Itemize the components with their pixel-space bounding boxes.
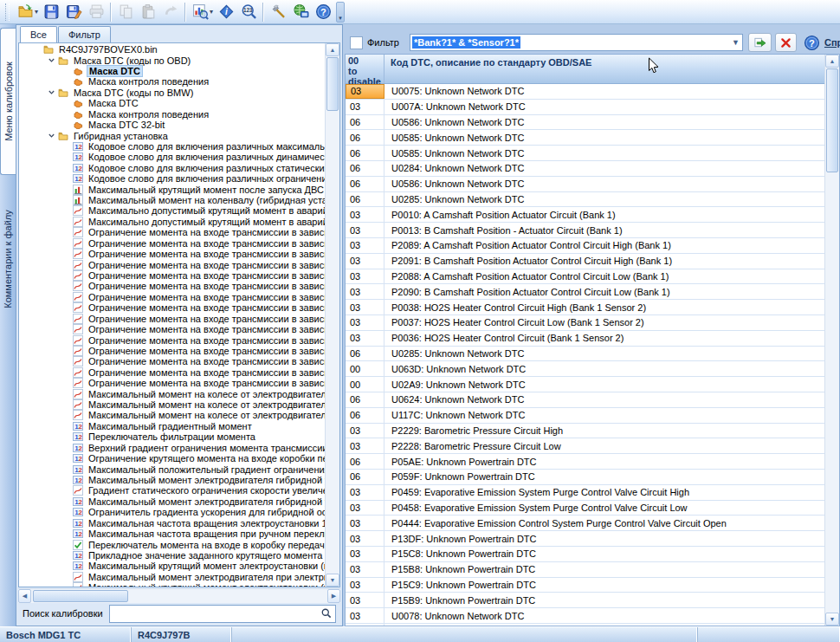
tree-item[interactable]: Маска DTC (коды по BMW) [19, 88, 326, 98]
tab-all[interactable]: Все [20, 26, 57, 42]
calibration-search-input[interactable] [109, 605, 336, 623]
table-row[interactable]: 03P0010: A Camshaft Position Actuator Ci… [346, 207, 825, 223]
dtc-desc-cell[interactable]: U0586: Unknown Network DTC [384, 115, 825, 130]
tree-item[interactable]: 12Максимальный момент электродвигателя г… [19, 475, 326, 485]
tree-item[interactable]: R4C9J797BOVEX0.bin [19, 44, 326, 55]
dtc-desc-cell[interactable]: P2088: A Camshaft Position Actuator Cont… [384, 269, 825, 284]
tree-item[interactable]: 12Верхний градиент ограничения момента т… [19, 443, 326, 453]
dtc-desc-cell[interactable]: P2091: B Camshaft Position Actuator Cont… [384, 254, 825, 269]
table-row[interactable]: 06U0285: Unknown Network DTC [346, 192, 825, 208]
dtc-desc-cell[interactable]: P0444: Evaporative Emission Control Syst… [384, 516, 825, 530]
scroll-up-arrow-icon[interactable]: ▲ [825, 55, 839, 68]
table-row[interactable]: 06P059F: Unknown Powertrain DTC [346, 470, 825, 485]
tree-item[interactable]: 12Кодовое слово для включения различных … [19, 163, 326, 173]
table-row[interactable]: 03P0444: Evaporative Emission Control Sy… [346, 516, 825, 531]
tree-item[interactable]: 12Прикладное значение заданного крутящег… [19, 550, 326, 561]
tree-item[interactable]: Максимально допустимый крутящий момент в… [19, 205, 326, 216]
table-row[interactable]: 03U007A: Unknown Network DTC [346, 100, 825, 115]
toolbar-grip[interactable] [5, 3, 10, 21]
table-row[interactable]: 03P0013: B Camshaft Position - Actuator … [346, 223, 825, 238]
dtc-desc-cell[interactable]: U0075: Unknown Network DTC [384, 624, 825, 626]
dtc-desc-cell[interactable]: P2089: A Camshaft Position Actuator Cont… [384, 238, 825, 253]
dtc-desc-cell[interactable]: P0036: HO2S Heater Control Circuit (Bank… [384, 331, 825, 346]
dtc-desc-cell[interactable]: P15C9: Unknown Powertrain DTC [384, 578, 825, 593]
dtc-mask-cell[interactable]: 03 [346, 424, 384, 438]
dtc-mask-cell[interactable]: 06 [346, 177, 384, 191]
tree-item[interactable]: Максимальный момент на колесе от электро… [19, 399, 326, 410]
dtc-desc-cell[interactable]: U117C: Unknown Network DTC [384, 408, 825, 423]
tree-item[interactable]: Маска DTC 32-bit [19, 120, 326, 130]
table-row[interactable]: 03P15C8: Unknown Powertrain DTC [346, 547, 825, 562]
dtc-mask-cell[interactable]: 06 [346, 470, 384, 484]
scroll-left-arrow-icon[interactable]: ◀ [18, 589, 31, 603]
tree-item[interactable]: Гибридная установка [19, 130, 326, 140]
table-row[interactable]: 03P0037: HO2S Heater Control Circuit Low… [346, 315, 825, 331]
tree-item[interactable]: 12Кодовое слово для включения различных … [19, 141, 326, 152]
dtc-desc-cell[interactable]: P0013: B Camshaft Position - Actuator Ci… [384, 223, 825, 237]
dtc-desc-cell[interactable]: P13DF: Unknown Powertrain DTC [384, 531, 825, 546]
dtc-desc-cell[interactable]: U0078: Unknown Network DTC [384, 608, 825, 623]
table-row[interactable]: 03P2228: Barometric Pressure Circuit Low [346, 438, 825, 454]
help-link[interactable]: Справка [824, 37, 840, 48]
dtc-mask-cell[interactable]: 03 [346, 315, 384, 330]
network-button[interactable] [289, 2, 312, 23]
tree-item[interactable]: 12Кодовое слово для включения различных … [19, 152, 326, 162]
tree-item[interactable]: Ограничение момента на входе трансмиссии… [19, 270, 326, 281]
dtc-mask-cell[interactable]: 00 [346, 377, 384, 392]
tree-item[interactable]: Маска контроля поведения [19, 76, 326, 87]
apply-filter-button[interactable] [748, 33, 772, 52]
dtc-mask-cell[interactable]: 03 [346, 593, 384, 607]
dtc-mask-cell[interactable]: 03 [346, 238, 384, 253]
info-button[interactable]: i [215, 2, 237, 23]
filter-checkbox[interactable] [350, 36, 363, 49]
dtc-mask-cell[interactable]: 03 [346, 516, 384, 530]
dtc-mask-cell[interactable]: 03 [346, 223, 384, 237]
tree-item[interactable]: Максимальный момент на колесе от электро… [19, 410, 326, 420]
dtc-desc-cell[interactable]: P05AE: Unknown Powertrain DTC [384, 454, 825, 469]
preview-button[interactable]: 123 [237, 2, 260, 23]
dtc-column-header[interactable]: Код DTC, описание по стандарту OBD/SAE [384, 55, 825, 83]
tree-item[interactable]: Ограничение момента на входе трансмиссии… [19, 324, 326, 334]
dtc-desc-cell[interactable]: U0624: Unknown Network DTC [384, 392, 825, 407]
dtc-desc-cell[interactable]: P15B9: Unknown Powertrain DTC [384, 593, 825, 607]
view-data-button[interactable] [189, 2, 211, 23]
tree-item[interactable]: 12Максимальная частота вращения электроу… [19, 517, 326, 528]
table-row[interactable]: 06U0585: Unknown Network DTC [346, 130, 825, 146]
table-row[interactable]: 03P2088: A Camshaft Position Actuator Co… [346, 269, 825, 285]
dtc-mask-cell[interactable]: 03 [346, 501, 384, 516]
tree-item[interactable]: Ограничение момента на входе трансмиссии… [19, 259, 326, 269]
table-header[interactable]: 00 to disable Код DTC, описание по станд… [346, 55, 825, 84]
clear-filter-button[interactable] [775, 33, 797, 52]
dtc-desc-cell[interactable]: U007A: Unknown Network DTC [384, 100, 825, 114]
dtc-mask-cell[interactable]: 03 [346, 331, 384, 346]
tree-item[interactable]: Максимальный момент электродвигателя при… [19, 572, 326, 582]
tree-item[interactable]: 12Ограничение крутящего момента на входе… [19, 453, 326, 464]
table-row[interactable]: 03P15B8: Unknown Powertrain DTC [346, 562, 825, 578]
tree-vscroll-thumb[interactable] [326, 57, 339, 111]
dtc-desc-cell[interactable]: P15B8: Unknown Powertrain DTC [384, 562, 825, 577]
tree-item[interactable]: Максимальный момент на коленвалу (гибрид… [19, 195, 326, 205]
dtc-mask-cell[interactable]: 06 [346, 130, 384, 145]
dtc-mask-cell[interactable]: 03 [346, 207, 384, 222]
dtc-desc-cell[interactable]: U0284: Unknown Network DTC [384, 161, 825, 176]
tree-item[interactable]: Ограничение момента на входе трансмиссии… [19, 367, 326, 378]
dtc-mask-cell[interactable]: 03 [346, 562, 384, 577]
tree-item[interactable]: Маска контроля поведения [19, 109, 326, 120]
tree-item[interactable]: 12Максимальный момент электродвигателя г… [19, 496, 326, 507]
dtc-mask-cell[interactable]: 06 [346, 454, 384, 469]
dtc-mask-cell[interactable]: 06 [346, 347, 384, 361]
tree-item[interactable]: Ограничение момента на входе трансмиссии… [19, 292, 326, 302]
table-row[interactable]: 06U0585: Unknown Network DTC [346, 146, 825, 161]
dtc-mask-cell[interactable]: 06 [346, 392, 384, 407]
table-row[interactable]: 03P2229: Barometric Pressure Circuit Hig… [346, 424, 825, 439]
table-row[interactable]: 03P2091: B Camshaft Position Actuator Co… [346, 254, 825, 269]
dtc-desc-cell[interactable]: P059F: Unknown Powertrain DTC [384, 470, 825, 484]
dtc-mask-cell[interactable]: 03 [346, 254, 384, 269]
save-as-button[interactable] [62, 2, 85, 23]
mask-column-header[interactable]: 00 to disable [346, 55, 384, 83]
table-row[interactable]: 06U0284: Unknown Network DTC [346, 161, 825, 177]
table-row[interactable]: 06U0586: Unknown Network DTC [346, 177, 825, 192]
tree-item[interactable]: Ограничение момента на входе трансмиссии… [19, 356, 326, 366]
table-row[interactable]: 00U02A9: Unknown Network DTC [346, 377, 825, 392]
chevron-down-icon[interactable]: ▼ [729, 38, 742, 47]
